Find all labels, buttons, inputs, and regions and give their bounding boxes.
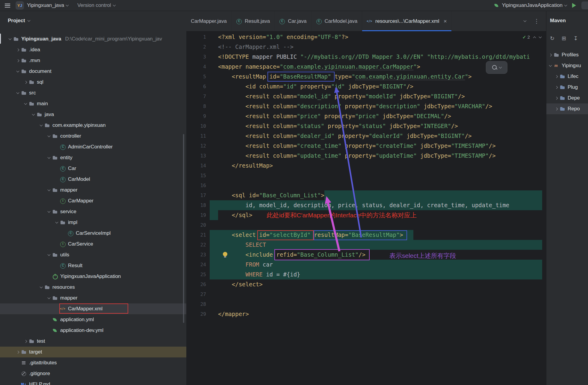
tree-item-target[interactable]: target [0,347,186,357]
code-line-12[interactable]: 12 <result column="create_time" property… [186,141,546,151]
tree-item-gitattributes[interactable]: .gitattributes [0,357,186,368]
editor-tab-carmodel-java[interactable]: CarModel.java [312,11,362,31]
code-line-27[interactable]: 27 [186,289,546,299]
tree-item-carmapper-xml[interactable]: CarMapper.xml [0,303,186,314]
tree-item-mvn[interactable]: .mvn [0,55,186,66]
editor-tab-car-java[interactable]: Car.java [275,11,311,31]
tree-item-mapper[interactable]: mapper [0,185,186,195]
chevron-down-icon[interactable] [40,123,43,126]
tree-item-entity[interactable]: entity [0,152,186,163]
refresh-icon[interactable]: ↻ [550,35,554,41]
tree-item-carserviceimpl[interactable]: CarServiceImpl [0,228,186,239]
tree-item-com-example-yipinxuan[interactable]: com.example.yipinxuan [0,120,186,131]
code-line-6[interactable]: 6 <id column="id" property="id" jdbcType… [186,82,546,91]
code-line-17[interactable]: 17 <sql id="Base_Column_List"> [186,190,546,200]
tree-item-carmodel[interactable]: CarModel [0,174,186,185]
code-line-13[interactable]: 13 <result column="update_time" property… [186,151,546,161]
code-line-20[interactable]: 20 [186,220,546,230]
chevron-down-icon[interactable] [48,253,51,256]
close-tab-icon[interactable]: × [444,18,447,25]
chevron-down-icon[interactable] [48,210,51,213]
chevron-down-icon[interactable] [16,69,19,72]
chevron-right-icon[interactable] [24,340,27,343]
tree-item-admincarcontroller[interactable]: AdminCarController [0,142,186,152]
code-line-23[interactable]: 23 <include refid="Base_Column_List"/> [186,250,546,260]
chevron-right-icon[interactable] [549,53,552,56]
editor-tab-carmapper-java[interactable]: CarMapper.java [186,11,232,31]
tree-item-result[interactable]: Result [0,260,186,271]
chevron-down-icon[interactable] [48,188,51,191]
chevron-down-icon[interactable] [32,112,35,115]
tree-item-mapper[interactable]: mapper [0,293,186,303]
chevron-down-icon[interactable] [9,37,12,40]
tree-item-resources[interactable]: resources [0,282,186,293]
chevron-right-icon[interactable] [16,351,19,354]
tree-item-carmapper[interactable]: CarMapper [0,195,186,206]
code-line-1[interactable]: 1<?xml version="1.0" encoding="UTF-8"?> [186,32,546,42]
code-line-3[interactable]: 3<!DOCTYPE mapper PUBLIC "-//mybatis.org… [186,52,546,62]
tree-item-java[interactable]: java [0,109,186,120]
chevron-right-icon[interactable] [555,86,558,89]
show-hidden-tabs-icon[interactable] [524,19,527,22]
tree-item-utils[interactable]: utils [0,249,186,260]
code-line-26[interactable]: 26 </select> [186,279,546,289]
tree-item-car[interactable]: Car [0,163,186,174]
code-line-2[interactable]: 2<!-- CarMapper.xml --> [186,42,546,52]
next-problem-icon[interactable] [539,35,542,38]
maven-item-lifec[interactable]: Lifec [546,71,588,82]
maven-item-yipingxu[interactable]: Yipingxu [546,60,588,71]
prev-problem-icon[interactable] [533,36,536,39]
tree-item-impl[interactable]: impl [0,217,186,228]
chevron-down-icon[interactable] [55,220,58,223]
code-line-8[interactable]: 8 <result column="description" property=… [186,101,546,111]
chevron-right-icon[interactable] [24,81,27,84]
tree-item-yipingxuan-java[interactable]: Yipingxuan_javaD:\Code\car_mini_program\… [0,34,186,44]
chevron-down-icon[interactable] [40,285,43,288]
chevron-right-icon[interactable] [555,97,558,100]
run-button[interactable] [572,3,576,8]
tree-item-idea[interactable]: .idea [0,44,186,55]
chevron-down-icon[interactable] [16,91,19,94]
run-configuration-selector[interactable]: YipingxuanJavaApplication [494,2,567,8]
chevron-down-icon[interactable] [48,134,51,137]
chevron-down-icon[interactable] [48,296,51,299]
tree-item-application-dev-yml[interactable]: application-dev.yml [0,325,186,336]
project-tree-scrollbar[interactable] [183,134,184,323]
expand-all-icon[interactable]: ⊞ [562,35,566,41]
code-line-15[interactable]: 15 [186,171,546,181]
tree-item-document[interactable]: document [0,66,186,77]
chevron-down-icon[interactable] [549,64,552,67]
tree-item-main[interactable]: main [0,98,186,109]
hamburger-menu-icon[interactable] [5,4,10,7]
chevron-down-icon[interactable] [24,102,27,105]
download-icon[interactable]: ↧ [573,35,578,41]
version-control-menu[interactable]: Version control [77,2,115,8]
chevron-right-icon[interactable] [555,107,558,110]
tree-item-sql[interactable]: sql [0,77,186,88]
code-line-7[interactable]: 7 <result column="model_id" property="mo… [186,91,546,101]
code-line-29[interactable]: 29</mapper> [186,309,546,319]
tree-item-src[interactable]: src [0,88,186,98]
tree-item-controller[interactable]: controller [0,131,186,142]
maven-item-depe[interactable]: Depe [546,93,588,103]
maven-item-repo[interactable]: Repo [546,103,588,114]
code-line-21[interactable]: 21 <select id="selectById" resultMap="Ba… [186,230,546,240]
code-line-9[interactable]: 9 <result column="price" property="price… [186,111,546,121]
tree-item-yipingxuanjavaapplication[interactable]: YipingxuanJavaApplication [0,271,186,282]
tree-item-carservice[interactable]: CarService [0,239,186,249]
tree-item-help-md[interactable]: HELP.md [0,379,186,385]
code-line-14[interactable]: 14 </resultMap> [186,161,546,171]
code-line-10[interactable]: 10 <result column="status" property="sta… [186,121,546,131]
code-line-16[interactable]: 16 [186,181,546,190]
toolbar-more-icon[interactable] [581,1,588,9]
chevron-right-icon[interactable] [16,59,19,62]
editor-tab-resources-carmapper-xml[interactable]: resources\...\CarMapper.xml× [362,11,452,31]
tab-options-kebab-icon[interactable]: ⋮ [534,18,539,25]
chevron-down-icon[interactable] [48,156,51,159]
code-line-25[interactable]: 25 WHERE id = #{id} [186,270,546,279]
code-line-28[interactable]: 28 [186,299,546,309]
tree-item-test[interactable]: test [0,336,186,347]
code-editor[interactable]: 1<?xml version="1.0" encoding="UTF-8"?>2… [186,31,546,385]
editor-tab-result-java[interactable]: Result.java [232,11,275,31]
tree-item-application-yml[interactable]: application.yml [0,314,186,325]
